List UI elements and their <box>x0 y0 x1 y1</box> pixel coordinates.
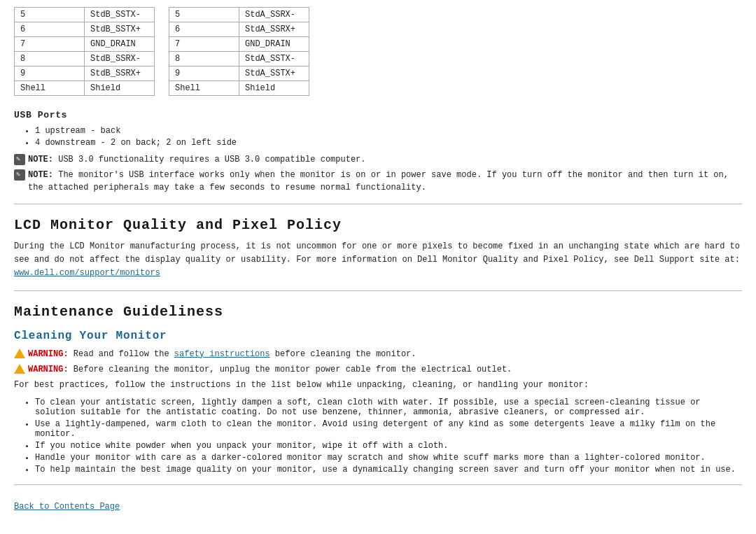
table-row: ShellShield <box>169 81 309 96</box>
table-row: 9StdB_SSRX+ <box>15 66 155 81</box>
warning-block: WARNING: Before cleaning the monitor, un… <box>14 363 742 376</box>
table-row: 8StdA_SSTX- <box>169 52 309 66</box>
lcd-body: During the LCD Monitor manufacturing pro… <box>14 240 742 281</box>
table-row: 7GND_DRAIN <box>15 37 155 52</box>
table-row: 5StdB_SSTX- <box>15 8 155 22</box>
note-icon <box>14 169 25 181</box>
table-row: 5StdA_SSRX- <box>169 8 309 22</box>
list-item: 4 downstream - 2 on back; 2 on left side <box>35 138 742 148</box>
table-row: 6StdB_SSTX+ <box>15 22 155 37</box>
maintenance-section: Maintenance Guideliness Cleaning Your Mo… <box>14 304 742 475</box>
warning-icon <box>14 349 25 360</box>
divider-1 <box>14 204 742 204</box>
pin-cell: 9 <box>169 66 239 81</box>
pin-cell: 9 <box>15 66 85 81</box>
table-row: 6StdA_SSRX+ <box>169 22 309 37</box>
signal-cell: StdB_SSRX- <box>85 52 155 66</box>
list-item: To help maintain the best image quality … <box>35 465 742 475</box>
usb-ports-list: 1 upstream - back4 downstream - 2 on bac… <box>35 126 742 148</box>
warning-link[interactable]: safety instructions <box>174 349 270 359</box>
dell-monitor-link[interactable]: www.dell.com/support/monitors <box>14 268 160 278</box>
pin-cell: 7 <box>15 37 85 52</box>
signal-cell: GND_DRAIN <box>85 37 155 52</box>
list-item: Handle your monitor with care as a darke… <box>35 453 742 463</box>
lcd-section: LCD Monitor Quality and Pixel Policy Dur… <box>14 217 742 281</box>
cleaning-title: Cleaning Your Monitor <box>14 330 742 342</box>
divider-3 <box>14 484 742 485</box>
signal-cell: StdB_SSTX- <box>85 8 155 22</box>
list-item: If you notice white powder when you unpa… <box>35 441 742 451</box>
pin-cell: 8 <box>169 52 239 66</box>
back-to-contents-link[interactable]: Back to Contents Page <box>14 502 120 512</box>
warning-icon <box>14 364 25 375</box>
maintenance-title: Maintenance Guideliness <box>14 304 742 320</box>
note-icon <box>14 154 25 165</box>
pin-cell: 7 <box>169 37 239 52</box>
signal-cell: StdA_SSRX- <box>239 8 309 22</box>
table-row: 8StdB_SSRX- <box>15 52 155 66</box>
signal-cell: StdA_SSTX- <box>239 52 309 66</box>
note-text: NOTE: USB 3.0 functionality requires a U… <box>28 153 366 166</box>
pin-cell: 6 <box>15 22 85 37</box>
warning-text: WARNING: Before cleaning the monitor, un… <box>28 363 512 376</box>
list-item: 1 upstream - back <box>35 126 742 136</box>
cleaning-list: To clean your antistatic screen, lightly… <box>35 398 742 475</box>
pin-cell: 5 <box>15 8 85 22</box>
note-block: NOTE: USB 3.0 functionality requires a U… <box>14 153 742 166</box>
signal-cell: GND_DRAIN <box>239 37 309 52</box>
pin-cell: Shell <box>15 81 85 96</box>
note-block: NOTE: The monitor's USB interface works … <box>14 169 742 194</box>
signal-cell: StdA_SSTX+ <box>239 66 309 81</box>
pin-cell: 6 <box>169 22 239 37</box>
signal-cell: StdB_SSTX+ <box>85 22 155 37</box>
pin-cell: 5 <box>169 8 239 22</box>
left-table: 5StdB_SSTX-6StdB_SSTX+7GND_DRAIN8StdB_SS… <box>14 7 155 96</box>
warning-text: WARNING: Read and follow the safety inst… <box>28 348 416 360</box>
signal-cell: StdA_SSRX+ <box>239 22 309 37</box>
note-text: NOTE: The monitor's USB interface works … <box>28 169 742 194</box>
usb-ports-title: USB Ports <box>14 110 742 120</box>
table-row: ShellShield <box>15 81 155 96</box>
lcd-title: LCD Monitor Quality and Pixel Policy <box>14 217 742 233</box>
list-item: To clean your antistatic screen, lightly… <box>35 398 742 417</box>
table-row: 9StdA_SSTX+ <box>169 66 309 81</box>
pin-cell: 8 <box>15 52 85 66</box>
divider-2 <box>14 290 742 291</box>
pin-cell: Shell <box>169 81 239 96</box>
signal-cell: Shield <box>85 81 155 96</box>
signal-cell: Shield <box>239 81 309 96</box>
warning-block: WARNING: Read and follow the safety inst… <box>14 348 742 360</box>
signal-cell: StdB_SSRX+ <box>85 66 155 81</box>
right-table: 5StdA_SSRX-6StdA_SSRX+7GND_DRAIN8StdA_SS… <box>169 7 309 96</box>
table-row: 7GND_DRAIN <box>169 37 309 52</box>
tables-section: 5StdB_SSTX-6StdB_SSTX+7GND_DRAIN8StdB_SS… <box>14 7 742 96</box>
usb-ports-section: USB Ports 1 upstream - back4 downstream … <box>14 110 742 194</box>
cleaning-intro: For best practices, follow the instructi… <box>14 379 742 392</box>
list-item: Use a lightly-dampened, warm cloth to cl… <box>35 419 742 439</box>
